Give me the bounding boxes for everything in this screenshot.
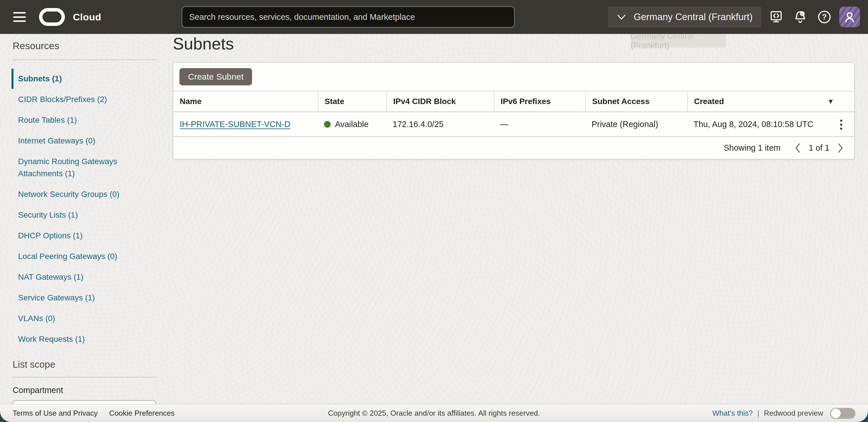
developer-tools-button[interactable]	[767, 8, 785, 26]
sidebar-item-drg-attachments[interactable]: Dynamic Routing Gateways Attachments (1)	[11, 156, 157, 180]
sidebar-item-vlans[interactable]: VLANs (0)	[11, 312, 157, 325]
cell-name: IH-PRIVATE-SUBNET-VCN-D	[174, 112, 318, 136]
main-content: Subnets Create Subnet Name State IPv4 CI…	[173, 34, 855, 160]
footer-separator: |	[757, 409, 760, 418]
sidebar-item-internet-gateways[interactable]: Internet Gateways (0)	[11, 135, 157, 147]
terms-link[interactable]: Terms of Use and Privacy	[12, 409, 98, 418]
user-avatar[interactable]	[839, 7, 860, 27]
question-circle-icon: ?	[817, 9, 832, 24]
hamburger-menu-button[interactable]	[13, 12, 26, 22]
create-subnet-button[interactable]: Create Subnet	[179, 68, 252, 85]
redwood-preview-label: Redwood preview	[764, 409, 823, 418]
cell-state: Available	[318, 112, 386, 136]
showing-count: Showing 1 item	[724, 143, 780, 153]
sidebar-item-service-gateways[interactable]: Service Gateways (1)	[11, 292, 157, 304]
sidebar-item-subnets[interactable]: Subnets (1)	[11, 73, 157, 85]
footer-links: Terms of Use and Privacy Cookie Preferen…	[12, 409, 175, 418]
list-scope-heading: List scope	[12, 359, 157, 370]
sidebar: Resources Subnets (1) CIDR Blocks/Prefix…	[12, 34, 157, 416]
top-header: Cloud Germany Central (Frankfurt)	[0, 0, 868, 34]
resources-heading: Resources	[12, 40, 157, 52]
sidebar-item-security-lists[interactable]: Security Lists (1)	[11, 209, 157, 221]
region-tooltip: Germany Central (Frankfurt)	[631, 34, 726, 48]
header-actions: Germany Central (Frankfurt) ?	[608, 6, 860, 28]
table-row: IH-PRIVATE-SUBNET-VCN-D Available 172.16…	[174, 112, 854, 137]
list-scope-divider	[12, 377, 157, 377]
column-header-state[interactable]: State	[318, 91, 386, 112]
sidebar-item-cidr-blocks[interactable]: CIDR Blocks/Prefixes (2)	[11, 93, 157, 106]
cell-ipv6: —	[494, 112, 585, 136]
cookie-preferences-link[interactable]: Cookie Preferences	[109, 409, 175, 418]
page-title: Subnets	[173, 34, 855, 53]
column-header-subnet-access[interactable]: Subnet Access	[585, 91, 687, 112]
sidebar-item-network-security-groups[interactable]: Network Security Groups (0)	[11, 188, 157, 200]
person-icon	[842, 9, 857, 24]
help-button[interactable]: ?	[815, 8, 834, 26]
monitor-code-icon	[769, 9, 784, 24]
redwood-preview-toggle[interactable]	[830, 408, 856, 419]
svg-text:?: ?	[822, 12, 827, 21]
region-label: Germany Central (Frankfurt)	[634, 11, 753, 22]
chevron-right-icon	[836, 142, 845, 154]
sidebar-item-work-requests[interactable]: Work Requests (1)	[11, 333, 157, 345]
column-header-created[interactable]: Created ▼	[687, 91, 854, 112]
column-header-name[interactable]: Name	[174, 91, 318, 112]
compartment-label: Compartment	[12, 386, 157, 395]
subnets-card: Create Subnet Name State IPv4 CIDR Block…	[173, 62, 855, 160]
sidebar-divider	[12, 59, 157, 60]
next-page-button[interactable]	[834, 141, 847, 155]
search-input[interactable]	[182, 6, 515, 28]
chevron-down-icon	[617, 13, 626, 21]
toggle-knob-icon	[831, 409, 841, 418]
sidebar-item-nat-gateways[interactable]: NAT Gateways (1)	[11, 271, 157, 283]
cell-created: Thu, Aug 8, 2024, 08:10:58 UTC	[687, 112, 854, 136]
page-indicator: 1 of 1	[809, 143, 830, 153]
sidebar-item-route-tables[interactable]: Route Tables (1)	[11, 114, 157, 126]
resources-list: Subnets (1) CIDR Blocks/Prefixes (2) Rou…	[11, 73, 157, 345]
status-dot-icon	[324, 121, 331, 128]
copyright-text: Copyright © 2025, Oracle and/or its affi…	[328, 409, 540, 418]
table-toolbar: Create Subnet	[174, 63, 854, 91]
footer: Terms of Use and Privacy Cookie Preferen…	[0, 404, 868, 422]
table-header-row: Name State IPv4 CIDR Block IPv6 Prefixes…	[174, 91, 854, 112]
status-label: Available	[335, 120, 369, 129]
footer-right: What's this? | Redwood preview	[712, 408, 856, 419]
notifications-button[interactable]	[791, 8, 809, 26]
region-selector[interactable]: Germany Central (Frankfurt)	[608, 6, 761, 28]
row-actions-button[interactable]	[834, 112, 848, 137]
column-header-ipv4[interactable]: IPv4 CIDR Block	[386, 91, 494, 112]
pagination-bar: Showing 1 item 1 of 1	[174, 137, 854, 159]
prev-page-button[interactable]	[792, 141, 804, 155]
cell-ipv4: 172.16.4.0/25	[386, 112, 494, 136]
chevron-left-icon	[794, 142, 802, 154]
sort-desc-icon[interactable]: ▼	[827, 97, 834, 106]
column-header-ipv6[interactable]: IPv6 Prefixes	[494, 91, 585, 112]
whats-this-link[interactable]: What's this?	[712, 409, 753, 418]
cell-subnet-access: Private (Regional)	[585, 112, 687, 136]
subnet-link[interactable]: IH-PRIVATE-SUBNET-VCN-D	[180, 120, 290, 129]
sidebar-item-dhcp-options[interactable]: DHCP Options (1)	[11, 230, 157, 242]
bell-icon	[793, 9, 808, 24]
product-name: Cloud	[73, 11, 101, 23]
sidebar-item-local-peering-gateways[interactable]: Local Peering Gateways (0)	[11, 250, 157, 262]
oracle-logo-icon	[39, 8, 65, 26]
